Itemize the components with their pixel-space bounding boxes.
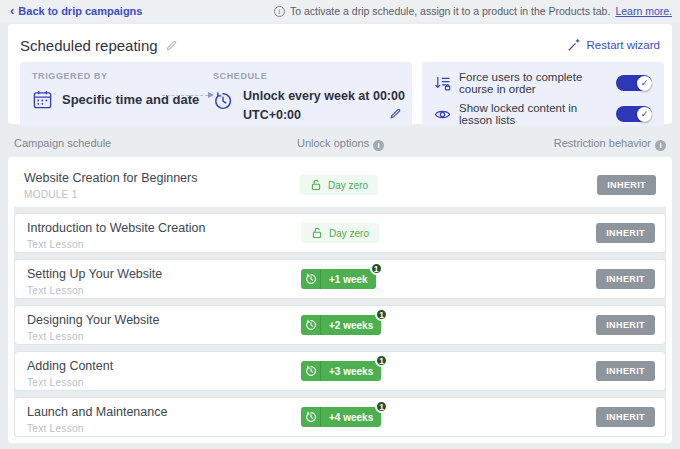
eye-icon — [434, 106, 451, 123]
inherit-button[interactable]: INHERIT — [596, 407, 655, 427]
unlock-count-badge: 1 — [370, 262, 383, 275]
unlock-label: Day zero — [329, 228, 369, 239]
campaign-title: Scheduled repeating — [20, 37, 158, 54]
table-header-row: Campaign schedule Unlock optionsi Restri… — [8, 124, 672, 157]
day-zero-badge[interactable]: Day zero — [301, 223, 379, 243]
course-settings-panel: Force users to complete course in order … — [422, 62, 664, 126]
unlocked-padlock-icon — [310, 179, 322, 191]
sort-lock-icon — [434, 75, 451, 92]
unlock-label: +1 week — [321, 269, 376, 289]
notice-text: To activate a drip schedule, assign it t… — [290, 5, 610, 17]
trigger-schedule-panel: TRIGGERED BY Specific time and date SCHE… — [20, 62, 412, 126]
schedule-line1: Unlock every week at 00:00 — [243, 87, 405, 106]
edit-schedule-pencil-icon[interactable] — [389, 107, 402, 120]
show-locked-toggle[interactable]: ✓ — [616, 106, 652, 122]
calendar-icon — [32, 89, 53, 110]
unlock-label: +3 weeks — [321, 361, 381, 381]
unlocked-padlock-icon — [311, 227, 323, 239]
toggle-check-icon: ✓ — [637, 76, 652, 91]
force-order-toggle[interactable]: ✓ — [616, 75, 652, 91]
column-unlock-options: Unlock optionsi — [297, 137, 384, 151]
lesson-row[interactable]: Setting Up Your Website Text Lesson +1 w… — [14, 259, 666, 299]
column-campaign-schedule: Campaign schedule — [14, 137, 111, 149]
chevron-left-icon: ‹ — [10, 4, 14, 17]
delay-badge[interactable]: +1 week 1 — [301, 269, 376, 289]
topbar: ‹ Back to drip campaigns i To activate a… — [0, 0, 680, 22]
restriction-info-icon[interactable]: i — [655, 140, 666, 151]
column-restriction-behavior: Restriction behaviori — [554, 137, 666, 151]
schedule-label: SCHEDULE — [213, 71, 405, 81]
history-clock-icon — [301, 315, 321, 335]
inherit-button[interactable]: INHERIT — [596, 361, 655, 381]
unlock-label: Day zero — [328, 180, 368, 191]
delay-badge[interactable]: +4 weeks 1 — [301, 407, 381, 427]
inherit-button[interactable]: INHERIT — [597, 175, 656, 195]
back-to-drip-campaigns-link[interactable]: ‹ Back to drip campaigns — [10, 5, 142, 17]
restart-wizard-button[interactable]: Restart wizard — [567, 38, 661, 52]
show-locked-row: Show locked content in lesson lists ✓ — [434, 102, 652, 126]
unlock-label: +2 weeks — [321, 315, 381, 335]
delay-badge[interactable]: +3 weeks 1 — [301, 361, 381, 381]
unlock-info-icon[interactable]: i — [373, 140, 384, 151]
lessons-list: Website Creation for Beginners MODULE 1 … — [14, 163, 666, 437]
force-order-label: Force users to complete course in order — [459, 71, 608, 95]
unlock-label: +4 weeks — [321, 407, 381, 427]
back-link-label: Back to drip campaigns — [18, 5, 142, 17]
inherit-button[interactable]: INHERIT — [596, 223, 655, 243]
wand-icon — [567, 38, 581, 52]
activation-notice: i To activate a drip schedule, assign it… — [274, 5, 672, 17]
campaign-header-card: Scheduled repeating Restart wizard TRIG — [8, 24, 672, 124]
module-row[interactable]: Website Creation for Beginners MODULE 1 … — [14, 163, 666, 207]
page-title: Scheduled repeating — [20, 37, 178, 54]
history-clock-icon — [301, 361, 321, 381]
flow-arrow — [162, 95, 208, 96]
campaign-schedule-card: Website Creation for Beginners MODULE 1 … — [8, 157, 672, 443]
lesson-row[interactable]: Introduction to Website Creation Text Le… — [14, 213, 666, 253]
learn-more-link[interactable]: Learn more. — [615, 5, 672, 17]
schedule-line2: UTC+0:00 — [243, 106, 405, 125]
history-clock-icon — [301, 407, 321, 427]
force-order-row: Force users to complete course in order … — [434, 71, 652, 95]
inherit-button[interactable]: INHERIT — [596, 315, 655, 335]
delay-badge[interactable]: +2 weeks 1 — [301, 315, 381, 335]
edit-title-pencil-icon[interactable] — [165, 39, 178, 52]
inherit-button[interactable]: INHERIT — [596, 269, 655, 289]
show-locked-label: Show locked content in lesson lists — [459, 102, 608, 126]
info-icon: i — [274, 6, 285, 17]
history-clock-icon — [213, 91, 233, 125]
restart-wizard-label: Restart wizard — [587, 39, 661, 51]
lesson-row[interactable]: Adding Content Text Lesson +3 weeks 1 IN… — [14, 351, 666, 391]
toggle-check-icon: ✓ — [637, 107, 652, 122]
lesson-row[interactable]: Launch and Maintenance Text Lesson +4 we… — [14, 397, 666, 437]
lesson-row[interactable]: Designing Your Website Text Lesson +2 we… — [14, 305, 666, 345]
history-clock-icon — [301, 269, 321, 289]
day-zero-badge[interactable]: Day zero — [300, 175, 378, 195]
